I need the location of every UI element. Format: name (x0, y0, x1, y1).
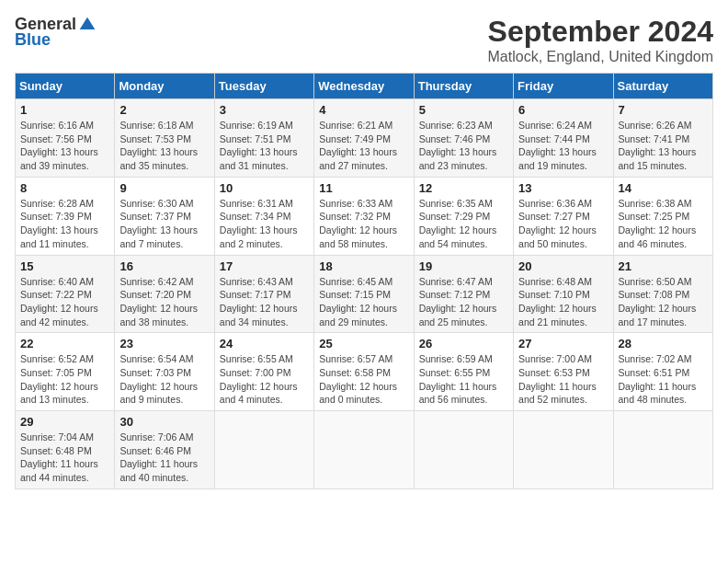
day-number: 14 (619, 181, 708, 195)
day-info: Sunrise: 6:26 AMSunset: 7:41 PMDaylight:… (619, 119, 708, 173)
day-number: 9 (119, 181, 209, 195)
day-info: Sunrise: 6:57 AMSunset: 6:58 PMDaylight:… (319, 352, 408, 407)
day-number: 6 (518, 103, 608, 117)
day-info: Sunrise: 7:06 AMSunset: 6:46 PMDaylight:… (119, 431, 209, 485)
day-number: 24 (220, 337, 309, 350)
day-info: Sunrise: 7:00 AMSunset: 6:53 PMDaylight:… (518, 352, 608, 407)
day-number: 8 (20, 181, 109, 195)
day-info: Sunrise: 6:24 AMSunset: 7:44 PMDaylight:… (518, 119, 608, 173)
calendar-header-friday: Friday (514, 74, 613, 99)
calendar-day-cell: 11Sunrise: 6:33 AMSunset: 7:32 PMDayligh… (314, 177, 414, 255)
calendar-day-cell: 10Sunrise: 6:31 AMSunset: 7:34 PMDayligh… (214, 177, 313, 255)
day-number: 18 (319, 259, 408, 273)
day-number: 5 (419, 103, 508, 117)
day-number: 20 (518, 259, 608, 273)
calendar-week-1: 1Sunrise: 6:16 AMSunset: 7:56 PMDaylight… (16, 99, 713, 178)
day-number: 30 (119, 415, 209, 429)
calendar-day-cell (414, 411, 513, 489)
calendar-day-cell: 6Sunrise: 6:24 AMSunset: 7:44 PMDaylight… (514, 99, 613, 178)
calendar-day-cell: 28Sunrise: 7:02 AMSunset: 6:51 PMDayligh… (613, 333, 712, 411)
calendar-day-cell (514, 411, 613, 489)
calendar-header-monday: Monday (115, 74, 214, 99)
calendar-day-cell: 21Sunrise: 6:50 AMSunset: 7:08 PMDayligh… (613, 255, 712, 333)
day-info: Sunrise: 7:04 AMSunset: 6:48 PMDaylight:… (20, 431, 109, 485)
calendar-day-cell: 14Sunrise: 6:38 AMSunset: 7:25 PMDayligh… (613, 177, 712, 255)
calendar-table: SundayMondayTuesdayWednesdayThursdayFrid… (15, 73, 713, 489)
calendar-week-2: 8Sunrise: 6:28 AMSunset: 7:39 PMDaylight… (16, 177, 713, 255)
calendar-day-cell: 13Sunrise: 6:36 AMSunset: 7:27 PMDayligh… (514, 177, 613, 255)
calendar-week-5: 29Sunrise: 7:04 AMSunset: 6:48 PMDayligh… (16, 411, 713, 489)
day-info: Sunrise: 6:21 AMSunset: 7:49 PMDaylight:… (319, 119, 408, 173)
calendar-week-3: 15Sunrise: 6:40 AMSunset: 7:22 PMDayligh… (16, 255, 713, 333)
calendar-day-cell: 30Sunrise: 7:06 AMSunset: 6:46 PMDayligh… (115, 411, 214, 489)
day-number: 13 (518, 181, 608, 195)
title-area: September 2024 Matlock, England, United … (488, 15, 713, 65)
page-header: General Blue September 2024 Matlock, Eng… (15, 15, 713, 65)
calendar-header-saturday: Saturday (613, 74, 712, 99)
calendar-day-cell: 27Sunrise: 7:00 AMSunset: 6:53 PMDayligh… (514, 333, 613, 411)
calendar-day-cell: 12Sunrise: 6:35 AMSunset: 7:29 PMDayligh… (414, 177, 513, 255)
day-number: 1 (20, 103, 109, 117)
calendar-day-cell: 3Sunrise: 6:19 AMSunset: 7:51 PMDaylight… (214, 99, 313, 178)
calendar-day-cell: 18Sunrise: 6:45 AMSunset: 7:15 PMDayligh… (314, 255, 414, 333)
day-number: 12 (419, 181, 508, 195)
day-number: 26 (419, 337, 508, 350)
day-number: 21 (619, 259, 708, 273)
calendar-header-row: SundayMondayTuesdayWednesdayThursdayFrid… (16, 74, 713, 99)
day-info: Sunrise: 6:54 AMSunset: 7:03 PMDaylight:… (119, 352, 209, 407)
day-info: Sunrise: 6:42 AMSunset: 7:20 PMDaylight:… (119, 275, 209, 329)
day-info: Sunrise: 6:16 AMSunset: 7:56 PMDaylight:… (20, 119, 109, 173)
calendar-day-cell: 29Sunrise: 7:04 AMSunset: 6:48 PMDayligh… (16, 411, 115, 489)
calendar-day-cell: 7Sunrise: 6:26 AMSunset: 7:41 PMDaylight… (613, 99, 712, 178)
day-info: Sunrise: 6:36 AMSunset: 7:27 PMDaylight:… (518, 197, 608, 251)
day-info: Sunrise: 6:19 AMSunset: 7:51 PMDaylight:… (220, 119, 309, 173)
day-info: Sunrise: 6:59 AMSunset: 6:55 PMDaylight:… (419, 352, 508, 407)
day-number: 3 (220, 103, 309, 117)
calendar-day-cell: 15Sunrise: 6:40 AMSunset: 7:22 PMDayligh… (16, 255, 115, 333)
calendar-day-cell: 9Sunrise: 6:30 AMSunset: 7:37 PMDaylight… (115, 177, 214, 255)
calendar-day-cell: 20Sunrise: 6:48 AMSunset: 7:10 PMDayligh… (514, 255, 613, 333)
day-info: Sunrise: 6:40 AMSunset: 7:22 PMDaylight:… (20, 275, 109, 329)
day-number: 4 (319, 103, 408, 117)
day-info: Sunrise: 7:02 AMSunset: 6:51 PMDaylight:… (619, 352, 708, 407)
day-number: 2 (119, 103, 209, 117)
calendar-day-cell: 19Sunrise: 6:47 AMSunset: 7:12 PMDayligh… (414, 255, 513, 333)
day-info: Sunrise: 6:45 AMSunset: 7:15 PMDaylight:… (319, 275, 408, 329)
calendar-day-cell: 4Sunrise: 6:21 AMSunset: 7:49 PMDaylight… (314, 99, 414, 178)
day-number: 23 (119, 337, 209, 350)
logo-blue: Blue (15, 30, 51, 50)
calendar-day-cell (214, 411, 313, 489)
calendar-day-cell: 17Sunrise: 6:43 AMSunset: 7:17 PMDayligh… (214, 255, 313, 333)
calendar-header-sunday: Sunday (16, 74, 115, 99)
day-info: Sunrise: 6:43 AMSunset: 7:17 PMDaylight:… (220, 275, 309, 329)
calendar-header-tuesday: Tuesday (214, 74, 313, 99)
calendar-body: 1Sunrise: 6:16 AMSunset: 7:56 PMDaylight… (16, 99, 713, 489)
calendar-day-cell (613, 411, 712, 489)
calendar-week-4: 22Sunrise: 6:52 AMSunset: 7:05 PMDayligh… (16, 333, 713, 411)
day-info: Sunrise: 6:18 AMSunset: 7:53 PMDaylight:… (119, 119, 209, 173)
calendar-day-cell: 26Sunrise: 6:59 AMSunset: 6:55 PMDayligh… (414, 333, 513, 411)
calendar-day-cell (314, 411, 414, 489)
calendar-day-cell: 8Sunrise: 6:28 AMSunset: 7:39 PMDaylight… (16, 177, 115, 255)
day-number: 11 (319, 181, 408, 195)
day-info: Sunrise: 6:33 AMSunset: 7:32 PMDaylight:… (319, 197, 408, 251)
calendar-day-cell: 24Sunrise: 6:55 AMSunset: 7:00 PMDayligh… (214, 333, 313, 411)
day-info: Sunrise: 6:31 AMSunset: 7:34 PMDaylight:… (220, 197, 309, 251)
calendar-header-thursday: Thursday (414, 74, 513, 99)
calendar-day-cell: 5Sunrise: 6:23 AMSunset: 7:46 PMDaylight… (414, 99, 513, 178)
day-info: Sunrise: 6:48 AMSunset: 7:10 PMDaylight:… (518, 275, 608, 329)
logo: General Blue (15, 15, 97, 50)
day-info: Sunrise: 6:52 AMSunset: 7:05 PMDaylight:… (20, 352, 109, 407)
day-info: Sunrise: 6:35 AMSunset: 7:29 PMDaylight:… (419, 197, 508, 251)
calendar-day-cell: 2Sunrise: 6:18 AMSunset: 7:53 PMDaylight… (115, 99, 214, 178)
logo-icon (78, 16, 97, 34)
day-info: Sunrise: 6:55 AMSunset: 7:00 PMDaylight:… (220, 352, 309, 407)
calendar-header-wednesday: Wednesday (314, 74, 414, 99)
day-info: Sunrise: 6:50 AMSunset: 7:08 PMDaylight:… (619, 275, 708, 329)
calendar-day-cell: 23Sunrise: 6:54 AMSunset: 7:03 PMDayligh… (115, 333, 214, 411)
month-title: September 2024 (488, 15, 713, 49)
day-number: 10 (220, 181, 309, 195)
day-info: Sunrise: 6:47 AMSunset: 7:12 PMDaylight:… (419, 275, 508, 329)
day-info: Sunrise: 6:38 AMSunset: 7:25 PMDaylight:… (619, 197, 708, 251)
calendar-day-cell: 1Sunrise: 6:16 AMSunset: 7:56 PMDaylight… (16, 99, 115, 178)
